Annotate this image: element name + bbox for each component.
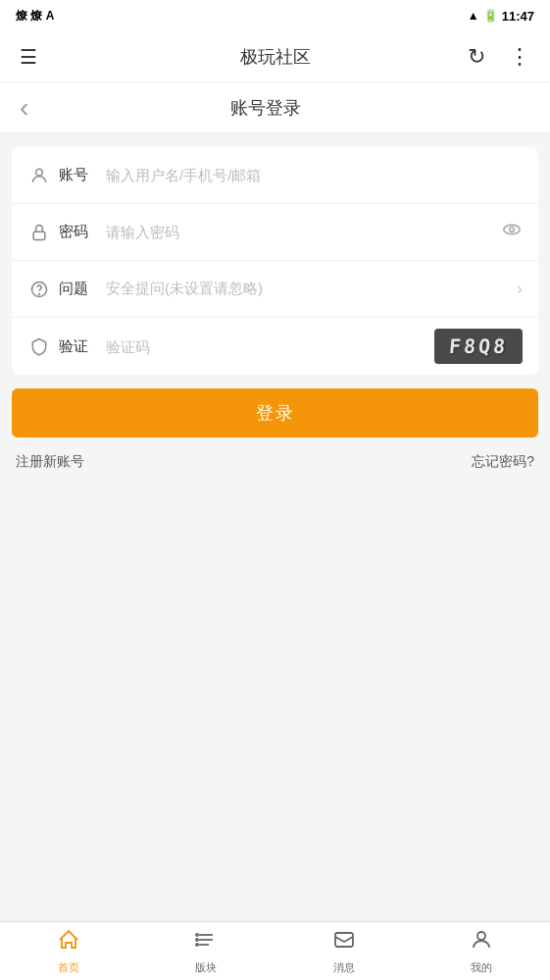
svg-rect-1 — [33, 232, 45, 239]
eye-icon[interactable] — [501, 219, 523, 245]
links-row: 注册新账号 忘记密码? — [0, 453, 550, 490]
wifi-icon: ▲ — [468, 9, 479, 23]
account-row: 账号 — [12, 147, 538, 204]
forgot-password-link[interactable]: 忘记密码? — [472, 453, 534, 471]
status-bar: 燎 燎 A ▲ 🔋 11:47 — [0, 0, 550, 31]
svg-point-2 — [504, 225, 521, 233]
refresh-button[interactable]: ↻ — [464, 40, 489, 74]
list-icon — [194, 928, 218, 957]
more-button[interactable]: ⋮ — [505, 40, 534, 74]
page-header: ‹ 账号登录 — [0, 82, 550, 133]
sections-label: 版块 — [195, 960, 217, 975]
question-placeholder: 安全提问(未设置请忽略) — [106, 280, 517, 298]
password-row: 密码 — [12, 204, 538, 261]
bottom-nav: 首页 版块 消息 — [0, 921, 550, 980]
svg-point-0 — [36, 169, 43, 176]
svg-point-9 — [196, 934, 198, 936]
arrow-right-icon: › — [517, 279, 523, 299]
message-icon — [332, 928, 356, 957]
nav-actions: ↻ ⋮ — [464, 40, 534, 74]
nav-item-home[interactable]: 首页 — [0, 922, 137, 980]
svg-point-5 — [39, 293, 40, 294]
shield-icon — [27, 335, 51, 358]
svg-point-11 — [196, 944, 198, 946]
captcha-input[interactable] — [106, 338, 434, 355]
login-button[interactable]: 登录 — [12, 388, 538, 438]
security-question-row[interactable]: 问题 安全提问(未设置请忽略) › — [12, 261, 538, 318]
svg-point-10 — [196, 939, 198, 941]
password-input[interactable] — [106, 224, 501, 240]
captcha-image[interactable]: F8Q8 — [434, 329, 523, 364]
main-content: 账号 密码 — [0, 133, 550, 921]
account-icon — [27, 164, 51, 187]
profile-label: 我的 — [471, 960, 492, 975]
svg-point-13 — [477, 932, 485, 940]
user-icon — [470, 928, 493, 957]
password-label: 密码 — [59, 223, 94, 241]
captcha-label: 验证 — [59, 337, 94, 356]
question-label: 问题 — [59, 280, 94, 298]
nav-bar: ☰ 极玩社区 ↻ ⋮ — [0, 31, 550, 82]
nav-item-messages[interactable]: 消息 — [275, 922, 413, 980]
svg-point-3 — [510, 228, 515, 232]
menu-button[interactable]: ☰ — [16, 41, 41, 73]
home-label: 首页 — [58, 960, 79, 975]
nav-item-sections[interactable]: 版块 — [137, 922, 275, 980]
svg-rect-12 — [335, 933, 353, 947]
status-left: 燎 燎 A — [16, 8, 54, 25]
signal-icons: 燎 燎 A — [16, 8, 54, 25]
home-icon — [57, 928, 80, 957]
battery-icon: 🔋 — [483, 9, 498, 23]
account-label: 账号 — [59, 166, 94, 184]
status-time: 11:47 — [502, 9, 534, 24]
nav-item-profile[interactable]: 我的 — [413, 922, 550, 980]
messages-label: 消息 — [333, 960, 355, 975]
status-right: ▲ 🔋 11:47 — [468, 9, 534, 24]
question-icon — [27, 278, 51, 301]
login-form: 账号 密码 — [12, 147, 538, 375]
captcha-row: 验证 F8Q8 — [12, 318, 538, 375]
lock-icon — [27, 221, 51, 244]
account-input[interactable] — [106, 167, 523, 183]
register-link[interactable]: 注册新账号 — [16, 453, 84, 471]
app-title: 极玩社区 — [240, 45, 311, 69]
page-title: 账号登录 — [32, 96, 499, 120]
back-button[interactable]: ‹ — [16, 88, 32, 128]
captcha-text: F8Q8 — [448, 335, 509, 358]
